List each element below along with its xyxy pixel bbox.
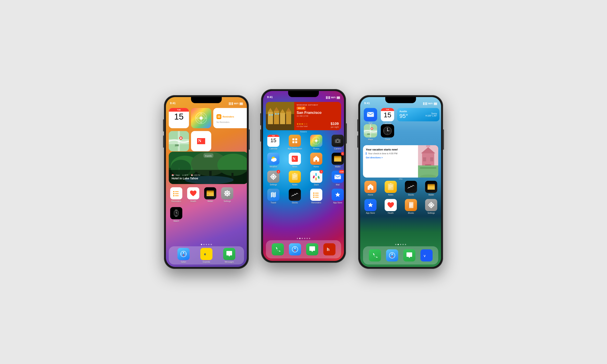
p3-volume-up[interactable] — [357, 119, 358, 131]
p3-app-ibooks[interactable]: iBooks — [403, 199, 418, 214]
dock-expedia[interactable]: e Expedia — [199, 248, 214, 263]
p2-dot-5 — [306, 238, 308, 239]
reminders-widget[interactable]: Reminders 0 No Reminders — [213, 108, 247, 128]
volume-down-button[interactable] — [163, 135, 164, 148]
svg-text:N: N — [292, 156, 296, 161]
vacation-content: Your vacation starts now! Your check-in … — [363, 145, 418, 178]
p3-dock-phone[interactable] — [368, 249, 383, 261]
svg-rect-32 — [207, 194, 209, 195]
p3-app-clock[interactable]: 12 3 6 9 Clock — [380, 124, 395, 141]
p3-app-wallet[interactable]: Wallet — [424, 181, 439, 196]
p2-app-slack[interactable]: 1 Slack — [309, 171, 324, 186]
p2-app-reminders[interactable]: Reminders — [309, 189, 324, 204]
hotel-image-svg — [266, 102, 294, 130]
p2-app-travel[interactable]: Travel — [266, 189, 281, 204]
p2-dock-safari[interactable] — [288, 243, 303, 255]
app-health[interactable]: Health — [186, 187, 201, 202]
p3-app-calendar[interactable]: TUE 15 Calendar — [380, 108, 395, 124]
p2-app-camera[interactable]: Camera — [330, 135, 344, 150]
svg-text:h: h — [327, 247, 330, 252]
p2-app-stocks[interactable]: Stocks — [287, 189, 302, 204]
expedia-travel-widget[interactable]: 📅 7 days 🌡 80°F ⏰ 4:00 PM Hotel in Lake … — [169, 152, 247, 184]
p2-app-news[interactable]: N News — [287, 153, 302, 168]
mail-envelope-icon — [334, 174, 341, 180]
hotel-city: San Francisco — [297, 111, 339, 115]
p3-mail-icon — [364, 108, 377, 121]
p2-app-photos[interactable]: Photos — [309, 135, 324, 150]
maps-widget[interactable]: 280 — [169, 131, 189, 151]
news-widget[interactable]: N — [191, 131, 211, 151]
dot-1 — [201, 244, 202, 245]
settings-icon-img — [221, 187, 233, 199]
dock-safari[interactable]: Safari — [176, 248, 191, 263]
svg-rect-97 — [275, 176, 277, 177]
svg-text:280: 280 — [175, 144, 179, 147]
p2-app-home[interactable]: Home — [309, 153, 324, 168]
p3-app-notes[interactable]: Notes — [383, 181, 398, 196]
p2-dock-phone[interactable] — [270, 243, 285, 255]
svg-rect-151 — [389, 185, 393, 186]
p3-dock-vrbo[interactable]: V — [419, 249, 434, 261]
p2-calendar-label: Calendar — [269, 148, 277, 150]
notch — [191, 97, 222, 103]
svg-point-33 — [226, 192, 228, 195]
messages-icon-img — [223, 248, 235, 260]
p2-dock-hotwire[interactable]: h — [322, 243, 337, 255]
p3-maps-icon: 280 — [364, 124, 377, 138]
p2-volume-up[interactable] — [260, 113, 261, 125]
p3-volume-down[interactable] — [357, 135, 358, 148]
p3-dock-messages[interactable] — [402, 249, 417, 261]
expedia-label: Expedia — [203, 261, 210, 263]
p3-app-settings[interactable]: Settings — [424, 199, 439, 214]
svg-rect-99 — [293, 175, 297, 176]
p3-app-health[interactable]: Health — [383, 199, 398, 214]
vacation-directions-link[interactable]: Get directions > — [366, 156, 415, 159]
p3-notes-svg — [387, 183, 394, 191]
hotwire-widget[interactable]: WEEKEND GETAWAY 35% off San Francisco 11… — [266, 102, 341, 130]
p3-app-home[interactable]: Home — [363, 181, 378, 196]
app-wallet[interactable]: Wallet — [203, 187, 218, 202]
p2-hotwire-icon: h — [323, 243, 335, 255]
calendar-widget[interactable]: TUE 15 — [169, 108, 189, 128]
dot-5 — [211, 244, 212, 245]
p3-cal-date: 15 — [384, 111, 391, 118]
svg-rect-117 — [315, 195, 319, 195]
volume-up-button[interactable] — [163, 119, 164, 131]
photos-widget[interactable] — [191, 108, 211, 128]
p2-wallet-icon: 1 — [332, 153, 344, 165]
p2-stocks-label: Stocks — [292, 202, 298, 204]
p2-app-settings[interactable]: 1 Settings — [266, 171, 281, 186]
p3-app-appstore[interactable]: App Store — [363, 199, 378, 214]
p2-app-calendar[interactable]: TUE 15 Calendar — [266, 135, 281, 150]
p2-app-weather[interactable]: Weather — [266, 153, 281, 168]
p3-power[interactable] — [443, 130, 444, 150]
travel-hotel-name: Hotel in Lake Tahoe — [172, 177, 245, 180]
discount-badge: 35% off — [297, 106, 305, 110]
app-reminders[interactable]: Reminders — [169, 187, 184, 202]
vrbo-vacation-widget[interactable]: Your vacation starts now! Your check-in … — [363, 145, 438, 178]
app-settings[interactable]: Settings — [220, 187, 235, 202]
p2-app-notes[interactable]: Notes — [287, 171, 302, 186]
p2-app-wallet[interactable]: 1 Wallet — [330, 153, 344, 168]
p2-power[interactable] — [346, 123, 347, 143]
p2-app-appdistrib[interactable]: App Distribution — [287, 135, 302, 150]
p2-dock-messages[interactable] — [305, 243, 320, 255]
p2-app-mail[interactable]: 8,280 Mail — [330, 171, 344, 186]
p3-settings-gear — [428, 202, 435, 208]
app-watch[interactable] — [237, 187, 247, 202]
p2-photos-icon — [310, 135, 322, 147]
power-button[interactable] — [249, 130, 250, 150]
p3-weather-widget[interactable]: Austin 95° Sunny H:100° L:85° — [397, 108, 439, 121]
p3-status-icons: ▐▐▐ WiFi ▓▓ — [422, 102, 437, 105]
p3-app-mail[interactable]: Mail — [363, 108, 378, 124]
dock-messages[interactable]: Messages — [222, 248, 237, 263]
p2-volume-down[interactable] — [260, 130, 261, 142]
app-watch-icon[interactable]: Watch — [169, 207, 184, 222]
hotwire-icon-svg: h — [326, 246, 333, 253]
p2-app-appstore[interactable]: App Store — [330, 189, 344, 204]
p3-dock-safari[interactable] — [385, 249, 400, 261]
p3-app-stocks[interactable]: Stocks — [403, 181, 418, 196]
p3-signal-icon: ▐▐▐ — [422, 102, 427, 105]
p2-appstore-icon — [332, 189, 344, 201]
p3-app-maps[interactable]: 280 Maps — [363, 124, 378, 141]
